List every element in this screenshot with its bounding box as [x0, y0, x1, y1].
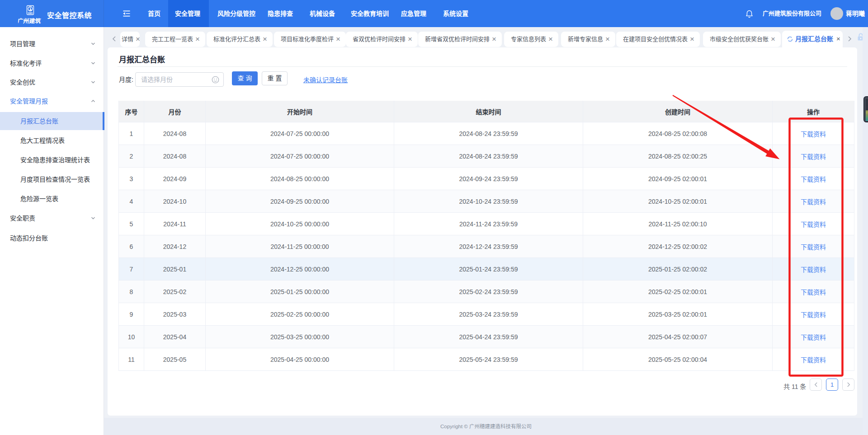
svg-text:GMG: GMG [28, 12, 33, 14]
svg-text:广州建筑: 广州建筑 [18, 18, 42, 25]
